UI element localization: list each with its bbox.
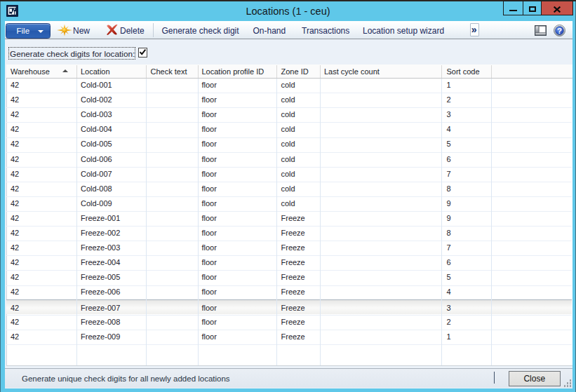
svg-text:?: ? bbox=[556, 27, 561, 35]
